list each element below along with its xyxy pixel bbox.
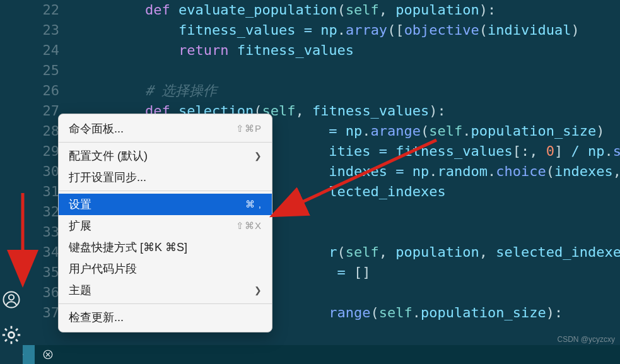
menu-item-command-palette[interactable]: 命令面板...⇧⌘P (59, 118, 272, 139)
gutter-line-number: 22 (23, 0, 78, 20)
menu-item-label: 检查更新... (69, 310, 124, 325)
status-error-icon[interactable] (42, 349, 54, 360)
chevron-right-icon: ❯ (254, 151, 262, 161)
svg-point-2 (8, 332, 14, 338)
menu-item-shortcut: ⇧⌘X (236, 220, 262, 232)
menu-item-label: 用户代码片段 (69, 261, 137, 276)
menu-separator (59, 191, 272, 191)
menu-separator (59, 303, 272, 304)
account-icon[interactable] (0, 288, 23, 311)
menu-item-settings[interactable]: 设置⌘ , (59, 194, 272, 215)
menu-item-extensions[interactable]: 扩展⇧⌘X (59, 215, 272, 237)
menu-item-label: 主题 (69, 283, 91, 298)
code-text: def evaluate_population(self, population… (78, 0, 496, 20)
menu-item-label: 打开设置同步... (69, 170, 146, 185)
svg-point-1 (9, 295, 14, 300)
settings-gear-icon[interactable] (0, 324, 23, 346)
menu-item-shortcut: ⌘ , (245, 199, 262, 210)
code-text: # 选择操作 (78, 81, 217, 101)
menu-item-label: 设置 (69, 197, 91, 212)
settings-context-menu: 命令面板...⇧⌘P配置文件 (默认)❯打开设置同步...设置⌘ ,扩展⇧⌘X键… (58, 114, 272, 332)
menu-item-theme[interactable]: 主题❯ (59, 279, 272, 301)
menu-separator (59, 142, 272, 143)
code-text: return fitness_values (78, 40, 354, 61)
menu-item-snippets[interactable]: 用户代码片段 (59, 258, 272, 279)
code-line[interactable]: 22 def evaluate_population(self, populat… (23, 0, 620, 20)
menu-item-label: 键盘快捷方式 [⌘K ⌘S] (69, 240, 187, 255)
menu-item-label: 配置文件 (默认) (69, 148, 148, 163)
code-line[interactable]: 26 # 选择操作 (23, 81, 620, 101)
code-line[interactable]: 24 return fitness_values (23, 40, 620, 61)
watermark: CSDN @ycyzcxy (557, 335, 615, 344)
gutter-line-number: 24 (23, 40, 78, 61)
gutter-line-number: 23 (23, 20, 78, 40)
menu-item-label: 扩展 (69, 218, 91, 233)
menu-item-check-updates[interactable]: 检查更新... (59, 307, 272, 328)
menu-item-shortcut: ⇧⌘P (236, 123, 262, 134)
menu-item-settings-sync[interactable]: 打开设置同步... (59, 167, 272, 188)
code-line[interactable]: 25 (23, 61, 620, 81)
menu-item-label: 命令面板... (69, 121, 124, 136)
menu-item-profiles[interactable]: 配置文件 (默认)❯ (59, 145, 272, 167)
gutter-line-number: 25 (23, 61, 78, 81)
menu-item-keyboard-shortcuts[interactable]: 键盘快捷方式 [⌘K ⌘S] (59, 237, 272, 258)
chevron-right-icon: ❯ (254, 285, 262, 295)
code-line[interactable]: 23 fitness_values = np.array([objective(… (23, 20, 620, 40)
code-text: fitness_values = np.array([objective(ind… (78, 20, 580, 40)
activity-bar (0, 0, 23, 364)
gutter-line-number: 26 (23, 81, 78, 101)
status-bar (0, 345, 620, 364)
